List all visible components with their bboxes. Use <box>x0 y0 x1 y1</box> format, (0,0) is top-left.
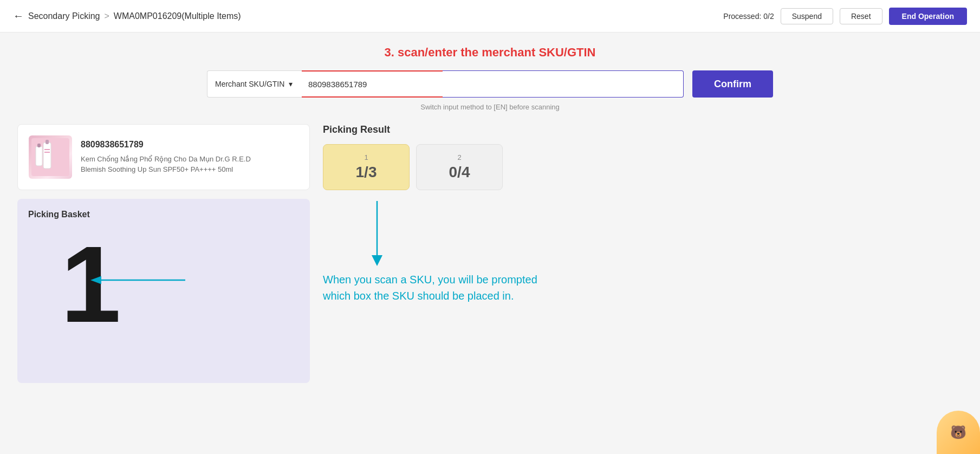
picking-result-section: Picking Result 1 1/3 2 0/4 <box>323 124 963 309</box>
product-card: 8809838651789 Kem Chống Nắng Phổ Rộng Ch… <box>17 124 310 190</box>
product-name: Kem Chống Nắng Phổ Rộng Cho Da Mụn Dr.G … <box>81 154 298 175</box>
svg-rect-3 <box>44 149 50 150</box>
svg-rect-4 <box>44 152 50 153</box>
processed-label: Processed: 0/2 <box>723 12 774 21</box>
left-column: 8809838651789 Kem Chống Nắng Phổ Rộng Ch… <box>17 124 310 383</box>
annotation-line1: When you scan a SKU, you will be prompte… <box>323 274 537 286</box>
confirm-button[interactable]: Confirm <box>692 70 773 98</box>
breadcrumb-page-title: Secondary Picking <box>28 11 100 21</box>
end-operation-button[interactable]: End Operation <box>889 8 967 25</box>
chevron-down-icon: ▾ <box>289 80 293 88</box>
step-instruction: 3. scan/enter the merchant SKU/GTIN <box>17 46 963 60</box>
slot-2-value: 0/4 <box>430 164 489 181</box>
slot-arrow-svg <box>355 201 399 266</box>
sku-input-wrapper <box>302 70 443 98</box>
content-columns: 8809838651789 Kem Chống Nắng Phổ Rộng Ch… <box>17 124 963 383</box>
right-column: Picking Result 1 1/3 2 0/4 <box>323 124 963 309</box>
product-name-line1: Kem Chống Nắng Phổ Rộng Cho Da Mụn Dr.G … <box>81 155 251 163</box>
svg-rect-1 <box>43 142 51 168</box>
header-left: ← Secondary Picking > WMA0MP016209(Multi… <box>13 10 723 22</box>
extra-input-area[interactable] <box>443 70 684 98</box>
product-sku: 8809838651789 <box>81 140 298 150</box>
picking-slots: 1 1/3 2 0/4 <box>323 144 963 190</box>
input-type-select[interactable]: Merchant SKU/GTIN ▾ <box>207 70 302 98</box>
picking-basket: Picking Basket 1 <box>17 199 310 383</box>
annotation-text: When you scan a SKU, you will be prompte… <box>323 271 537 304</box>
product-info: 8809838651789 Kem Chống Nắng Phổ Rộng Ch… <box>81 140 298 175</box>
breadcrumb-separator: > <box>105 11 109 21</box>
picking-slot-1[interactable]: 1 1/3 <box>323 144 410 190</box>
svg-rect-2 <box>46 140 49 144</box>
svg-rect-6 <box>37 144 41 147</box>
picking-slot-2[interactable]: 2 0/4 <box>416 144 503 190</box>
slot-2-id: 2 <box>430 153 489 161</box>
product-image <box>29 135 72 179</box>
picking-basket-title: Picking Basket <box>28 210 299 219</box>
suspend-button[interactable]: Suspend <box>781 8 833 24</box>
basket-arrow-svg <box>82 264 191 296</box>
input-combined: Merchant SKU/GTIN ▾ <box>207 70 684 98</box>
hint-text: Switch input method to [EN] before scann… <box>17 103 963 111</box>
product-name-line2: Blemish Soothing Up Sun SPF50+ PA++++ 50… <box>81 165 233 173</box>
annotation-line2: which box the SKU should be placed in. <box>323 290 514 302</box>
product-image-inner <box>29 135 72 179</box>
product-thumbnail <box>31 138 69 176</box>
header-right: Processed: 0/2 Suspend Reset End Operati… <box>723 8 967 25</box>
header: ← Secondary Picking > WMA0MP016209(Multi… <box>0 0 980 33</box>
corner-decoration: 🐻 <box>937 411 980 454</box>
picking-result-title: Picking Result <box>323 124 963 135</box>
sku-input[interactable] <box>302 72 443 96</box>
slot-1-value: 1/3 <box>336 164 396 181</box>
select-label: Merchant SKU/GTIN <box>215 80 284 88</box>
reset-button[interactable]: Reset <box>840 8 882 24</box>
bear-icon: 🐻 <box>950 425 966 440</box>
slot-1-id: 1 <box>336 153 396 161</box>
svg-rect-5 <box>36 146 42 166</box>
main-content: 3. scan/enter the merchant SKU/GTIN Merc… <box>0 33 980 396</box>
breadcrumb-current: WMA0MP016209(Multiple Items) <box>114 11 241 21</box>
input-section: Merchant SKU/GTIN ▾ Confirm <box>17 70 963 98</box>
back-arrow-icon[interactable]: ← <box>13 10 24 22</box>
annotation-container: When you scan a SKU, you will be prompte… <box>323 201 963 309</box>
